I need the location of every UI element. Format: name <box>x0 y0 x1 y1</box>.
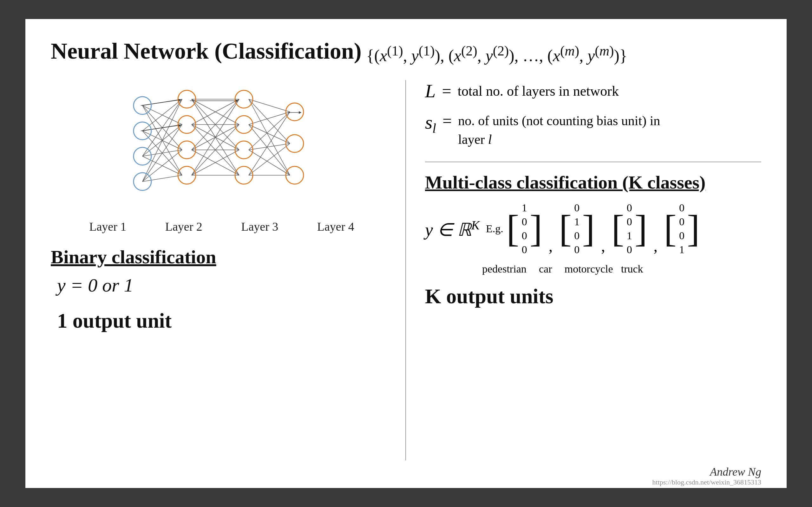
binary-output: 1 output unit <box>57 309 393 333</box>
header-area: Neural Network (Classification) {(x(1), … <box>51 38 761 71</box>
formula-set: {(x(1), y(1)), (x(2), y(2)), …, (x(m), y… <box>366 43 627 65</box>
svg-line-44 <box>141 100 181 106</box>
layer-2-label: Layer 2 <box>165 220 202 233</box>
class-label-motorcycle: motorcycle <box>565 263 613 275</box>
comma-1: , <box>549 237 553 258</box>
y-rk-formula: y ∈ ℝK <box>425 218 479 240</box>
l-variable: L <box>425 80 436 102</box>
watermark: https://blog.csdn.net/weixin_36815313 <box>653 478 761 487</box>
multiclass-formula: y ∈ ℝK E.g. [ 1000 ] <box>425 199 761 259</box>
svg-line-42 <box>249 144 290 175</box>
class-label-pedestrian: pedestrian <box>482 263 526 275</box>
sl-formula: sl = no. of units (not counting bias uni… <box>425 112 761 149</box>
layer-4-label: Layer 4 <box>317 220 354 233</box>
multiclass-title: Multi-class classification (K classes) <box>425 172 761 193</box>
l-formula: L = total no. of layers in network <box>425 80 761 102</box>
k-output: K output units <box>425 285 761 308</box>
svg-line-4 <box>142 99 182 131</box>
matrix-1-values: 1000 <box>519 199 530 259</box>
slide-title: Neural Network (Classification) <box>51 38 362 64</box>
nn-diagram <box>51 80 393 213</box>
sl-description: no. of units (not counting bias unit) in… <box>458 112 660 149</box>
multiclass-section: Multi-class classification (K classes) y… <box>425 172 761 308</box>
svg-line-14 <box>142 150 182 181</box>
layer-1-label: Layer 1 <box>89 220 126 233</box>
neural-network-svg <box>111 80 333 213</box>
comma-2: , <box>601 237 605 258</box>
matrix-4-values: 0001 <box>676 199 687 259</box>
matrix-3-values: 0010 <box>624 199 635 259</box>
author: Andrew Ng <box>710 465 761 478</box>
sl-equals: = <box>443 112 452 130</box>
matrix-4-right-bracket: ] <box>687 210 700 248</box>
matrix-1-left-bracket: [ <box>507 210 519 248</box>
class-labels: pedestrian car motorcycle truck <box>482 263 761 275</box>
matrix-1-right-bracket: ] <box>530 210 542 248</box>
matrix-2-values: 0100 <box>571 199 582 259</box>
left-panel: Layer 1 Layer 2 Layer 3 Layer 4 Binary c… <box>51 80 406 460</box>
title-formula: Neural Network (Classification) {(x(1), … <box>51 38 627 71</box>
horizontal-divider <box>425 162 761 162</box>
matrix-1: [ 1000 ] <box>507 199 542 259</box>
binary-classification-title: Binary classification <box>51 246 393 268</box>
svg-line-15 <box>142 175 182 181</box>
binary-formula: y = 0 or 1 <box>57 274 393 296</box>
matrix-2-right-bracket: ] <box>582 210 595 248</box>
right-panel: L = total no. of layers in network sl = … <box>406 80 761 460</box>
l-description: total no. of layers in network <box>458 83 619 99</box>
comma-3: , <box>654 237 658 258</box>
l-equals: = <box>442 82 451 101</box>
eg-text: E.g. <box>486 223 503 235</box>
matrix-3-left-bracket: [ <box>612 210 624 248</box>
svg-line-37 <box>249 124 290 175</box>
svg-line-36 <box>249 124 290 144</box>
matrix-container: [ 1000 ] , [ <box>507 199 700 259</box>
layer-labels: Layer 1 Layer 2 Layer 3 Layer 4 <box>51 220 393 233</box>
slide: Neural Network (Classification) {(x(1), … <box>26 19 786 488</box>
sl-variable: sl <box>425 112 436 136</box>
matrix-4-left-bracket: [ <box>664 210 676 248</box>
svg-line-13 <box>142 124 182 181</box>
layer-3-label: Layer 3 <box>241 220 278 233</box>
main-content: Layer 1 Layer 2 Layer 3 Layer 4 Binary c… <box>51 80 761 460</box>
matrix-3: [ 0010 ] <box>612 199 647 259</box>
class-label-truck: truck <box>619 263 645 275</box>
svg-line-40 <box>249 150 290 175</box>
matrix-2-left-bracket: [ <box>559 210 571 248</box>
svg-line-38 <box>249 112 290 150</box>
matrix-3-right-bracket: ] <box>635 210 647 248</box>
svg-point-60 <box>286 103 304 121</box>
matrix-2: [ 0100 ] <box>559 199 595 259</box>
matrix-4: [ 0001 ] <box>664 199 700 259</box>
svg-line-35 <box>249 112 290 124</box>
class-label-car: car <box>533 263 558 275</box>
